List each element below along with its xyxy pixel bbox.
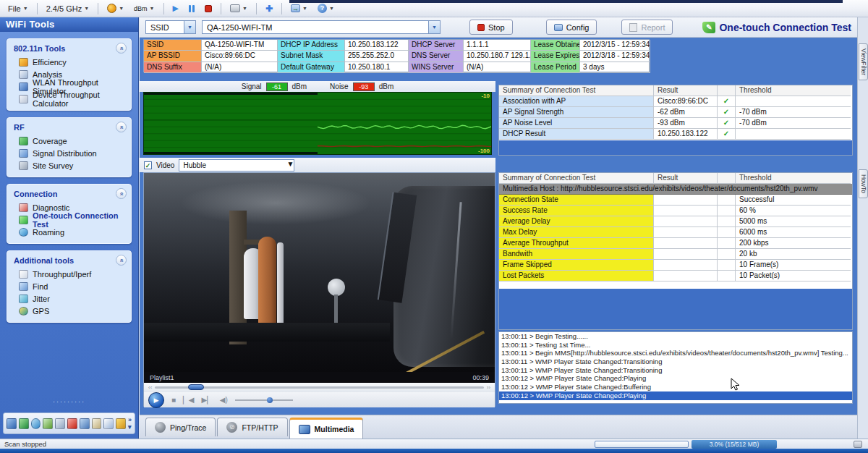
seek-thumb[interactable] [188, 384, 204, 390]
config-button[interactable]: Config [546, 20, 597, 35]
gps-icon [19, 307, 28, 316]
rewind-icon[interactable]: ‹‹ [148, 384, 152, 391]
memory-usage-badge: 3.0% (15/512 MB) [692, 440, 777, 449]
collapse-section-button[interactable]: » [116, 122, 127, 132]
log-line[interactable]: 13:00:11 > WMP Player State Changed:Tran… [499, 357, 852, 366]
collapse-section-button[interactable]: » [116, 43, 127, 54]
export-button[interactable]: → ▼ [287, 3, 311, 14]
log-line-selected[interactable]: 13:00:12 > WMP Player State Changed:Play… [499, 391, 852, 400]
sidebar-item-device-throughput-calculator[interactable]: Device Throughput Calculator [7, 93, 131, 105]
tab-multimedia[interactable]: Multimedia [289, 418, 364, 439]
sidebar-item-coverage[interactable]: Coverage [7, 135, 131, 147]
video-frame[interactable] [144, 173, 495, 372]
table-row[interactable]: Association with AP Cisco:89:66:DC ✓ [499, 96, 852, 107]
multimedia-summary-table: Summary of Connection Test Result Thresh… [498, 172, 853, 330]
table-row[interactable]: Max Delay 6000 ms [499, 227, 852, 238]
table-row[interactable]: Connection State Successful [499, 195, 852, 206]
sidebar-item-find[interactable]: Find [7, 280, 131, 292]
tab-ping-trace[interactable]: Ping/Trace [145, 418, 216, 436]
sidebar-item-site-survey[interactable]: Site Survey [7, 159, 131, 172]
settings-icon[interactable] [116, 418, 126, 429]
dock-handle[interactable]: ········· [0, 398, 138, 405]
log-line[interactable]: 13:00:11 > Begin MMS[http://hubblesource… [499, 349, 852, 357]
chart-icon[interactable] [7, 418, 17, 429]
table-row[interactable]: AP Signal Strength -62 dBm ✓ -70 dBm [499, 107, 852, 118]
report-button[interactable]: Report [621, 20, 673, 35]
map-icon[interactable] [43, 418, 53, 429]
mute-button[interactable]: ◀) [220, 396, 228, 404]
stop-scan-button[interactable] [201, 4, 216, 14]
globe-icon[interactable] [31, 418, 41, 429]
tab-ftp-http[interactable]: ⊘ FTP/HTTP [217, 418, 287, 436]
ssid-select[interactable]: QA-1250-WIFI-TM ▼ [202, 20, 441, 34]
table-row[interactable]: Average Throughput 200 kbps [499, 238, 852, 249]
web-browser-icon[interactable] [19, 418, 29, 429]
units-button[interactable]: dBm ▼ [130, 4, 158, 14]
table-row[interactable]: Bandwith 20 kb [499, 249, 852, 260]
file-menu-button[interactable]: File ▼ [4, 3, 32, 14]
ssid-mode-value: SSID [146, 23, 184, 32]
volume-thumb[interactable] [267, 397, 273, 403]
move-button[interactable]: ✚ [262, 2, 276, 15]
packet-monitor-icon[interactable] [55, 418, 65, 429]
sidebar-item-throughput-iperf[interactable]: Throughput/Iperf [7, 268, 131, 280]
tab-how-to[interactable]: HowTo [859, 169, 868, 198]
sidebar-item-one-touch-connection-test[interactable]: One-touch Connection Test [7, 213, 131, 226]
pass-check-icon: ✓ [718, 118, 736, 129]
pause-scan-button[interactable] [185, 4, 198, 14]
monitor-icon [19, 82, 28, 91]
channel-options-button[interactable]: ▼ [103, 2, 127, 14]
log-line[interactable]: 13:00:12 > WMP Player State Changed:Buff… [499, 383, 852, 391]
table-row[interactable]: DHCP Result 10.250.183.122 ✓ [499, 129, 852, 140]
pass-check-icon: ✓ [718, 96, 736, 107]
statistics-icon[interactable] [80, 418, 90, 429]
video-checkbox[interactable]: ✓ [144, 161, 152, 169]
collapse-section-button[interactable]: » [116, 255, 127, 266]
info-value: 255.255.252.0 [345, 51, 409, 62]
sidebar-item-gps[interactable]: GPS [7, 305, 131, 317]
previous-track-button[interactable]: ▏◀ [183, 396, 194, 404]
sidebar-item-efficiency[interactable]: Efficiency [7, 56, 131, 68]
row-result [654, 195, 718, 206]
ssid-mode-select[interactable]: SSID ▼ [145, 20, 196, 34]
tab-view-filter[interactable]: ViewFilter [859, 43, 868, 80]
tab-label: Multimedia [315, 425, 354, 433]
band-select-button[interactable]: 2.4/5 GHz ▼ [43, 3, 93, 14]
log-line[interactable]: 13:00:12 > WMP Player State Changed:Play… [499, 374, 852, 383]
seek-bar[interactable] [155, 386, 483, 389]
collapse-section-button[interactable]: » [116, 188, 127, 199]
toolbar-separator [37, 3, 38, 14]
video-source-select[interactable]: Hubble ▼ [179, 159, 294, 172]
table-row[interactable]: AP Noise Level -93 dBm ✓ -70 dBm [499, 118, 852, 129]
log-line[interactable]: 13:00:11 > Begin Testing...... [499, 332, 852, 341]
table-row[interactable]: Lost Packets 10 Packet(s) [499, 271, 852, 281]
tray-icon[interactable] [854, 441, 862, 448]
report-icon[interactable] [103, 418, 114, 429]
help-button[interactable]: ? ▼ [314, 2, 338, 14]
play-button[interactable]: ▶ [148, 392, 164, 408]
info-value: 2012/3/18 - 12:59:34 [580, 51, 650, 62]
table-row[interactable]: Average Delay 5000 ms [499, 216, 852, 227]
volume-slider[interactable] [235, 399, 293, 401]
sidebar-item-signal-distribution[interactable]: Signal Distribution [7, 147, 131, 159]
start-scan-button[interactable]: ▶ [169, 2, 182, 14]
next-track-button[interactable]: ▶▏ [201, 396, 212, 404]
playlist-name: Playlist1 [150, 374, 174, 381]
stop-playback-button[interactable]: ■ [171, 396, 176, 404]
pass-check-icon: ✓ [718, 107, 736, 118]
print-button[interactable]: ▼ [226, 3, 251, 14]
stop-test-button[interactable]: Stop [469, 20, 513, 35]
fast-forward-icon[interactable]: ›› [487, 384, 490, 391]
favorites-icon[interactable] [67, 418, 77, 429]
info-label: AP BSSID [144, 51, 202, 62]
chevron-down-icon: ▼ [23, 6, 28, 11]
signal-label: Signal [242, 82, 262, 90]
overflow-chevron-icon[interactable]: »▾ [128, 416, 132, 431]
clipboard-icon[interactable] [92, 418, 102, 429]
table-row[interactable]: Frame Skipped 10 Frame(s) [499, 260, 852, 271]
log-line[interactable]: 13:00:11 > WMP Player State Changed:Tran… [499, 366, 852, 375]
table-row[interactable]: Success Rate 60 % [499, 206, 852, 216]
sidebar-item-jitter[interactable]: Jitter [7, 292, 131, 305]
toolbar-separator [221, 3, 221, 14]
log-line[interactable]: 13:00:11 > Testing 1st Time... [499, 341, 852, 350]
